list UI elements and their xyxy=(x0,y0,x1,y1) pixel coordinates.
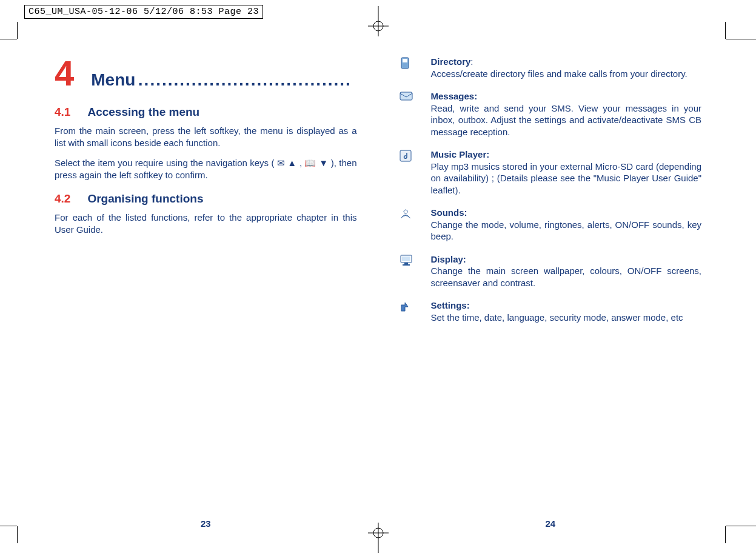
section-number: 4.1 xyxy=(55,105,70,119)
crop-mark xyxy=(0,526,17,526)
function-text: Display: Change the main screen wallpape… xyxy=(431,253,702,289)
function-text: Messages: Read, write and send your SMS.… xyxy=(431,90,702,138)
page-right: Directory: Access/create directory files… xyxy=(400,49,702,510)
function-item-sounds: Sounds: Change the mode, volume, rington… xyxy=(400,207,702,243)
page-number: 23 xyxy=(201,518,211,529)
svg-point-10 xyxy=(404,210,407,213)
section-heading: 4.1 Accessing the menu xyxy=(55,105,357,119)
function-desc: Play mp3 musics stored in your external … xyxy=(431,161,702,195)
function-text: Sounds: Change the mode, volume, rington… xyxy=(431,207,702,243)
sounds-icon xyxy=(400,208,413,221)
body-paragraph: Select the item you require using the na… xyxy=(55,157,357,182)
crop-mark xyxy=(17,526,18,543)
chapter-title: Menu xyxy=(91,70,135,89)
svg-rect-7 xyxy=(403,59,407,62)
function-text: Directory: Access/create directory files… xyxy=(431,56,702,79)
function-title: Display: xyxy=(431,254,466,264)
body-paragraph: From the main screen, press the left sof… xyxy=(55,125,357,150)
page-number: 24 xyxy=(545,518,555,529)
function-item-display: Display: Change the main screen wallpape… xyxy=(400,253,702,289)
crop-mark xyxy=(726,526,756,526)
crop-mark xyxy=(725,22,726,39)
function-item-music-player: Music Player: Play mp3 musics stored in … xyxy=(400,149,702,196)
chapter-number: 4 xyxy=(55,56,74,91)
svg-rect-13 xyxy=(404,263,408,264)
music-player-icon xyxy=(400,150,413,164)
messages-icon xyxy=(400,92,413,104)
function-title: Music Player: xyxy=(431,149,490,159)
svg-rect-12 xyxy=(402,256,410,261)
svg-rect-14 xyxy=(403,264,410,266)
function-desc: Change the mode, volume, ringtones, aler… xyxy=(431,219,702,242)
function-item-directory: Directory: Access/create directory files… xyxy=(400,56,702,79)
page-left: 4 Menu .................................… xyxy=(55,49,357,510)
function-desc: Change the main screen wallpaper, colour… xyxy=(431,266,702,288)
function-item-settings: Settings: Set the time, date, language, … xyxy=(400,300,702,323)
function-title: Sounds: xyxy=(431,207,467,218)
print-slug: C65_UM_USA-05-12-06 5/12/06 8:53 Page 23 xyxy=(24,5,263,19)
function-title: Messages: xyxy=(431,91,478,101)
function-title: Settings: xyxy=(431,300,470,310)
svg-rect-8 xyxy=(400,92,412,100)
chapter-heading: 4 Menu .................................… xyxy=(55,56,357,91)
section-title: Accessing the menu xyxy=(87,105,199,119)
function-title: Directory xyxy=(431,56,471,67)
crop-mark xyxy=(17,22,18,39)
directory-icon xyxy=(400,57,413,72)
display-icon xyxy=(400,255,413,269)
crop-mark xyxy=(0,39,17,39)
function-item-messages: Messages: Read, write and send your SMS.… xyxy=(400,90,702,138)
function-text: Music Player: Play mp3 musics stored in … xyxy=(431,149,702,196)
colon: : xyxy=(470,56,473,67)
registration-mark-icon xyxy=(368,6,389,36)
settings-icon xyxy=(400,301,413,315)
function-desc: Read, write and send your SMS. View your… xyxy=(431,103,702,137)
section-heading: 4.2 Organising functions xyxy=(55,192,357,206)
crop-mark xyxy=(725,526,726,543)
crop-mark xyxy=(726,39,756,39)
registration-mark-icon xyxy=(368,523,389,553)
function-desc: Set the time, date, language, security m… xyxy=(431,312,683,323)
function-text: Settings: Set the time, date, language, … xyxy=(431,300,702,323)
section-title: Organising functions xyxy=(87,192,203,206)
leader-dots: .................................... xyxy=(138,70,352,89)
section-number: 4.2 xyxy=(55,192,70,206)
function-desc: Access/create directory files and make c… xyxy=(431,69,687,79)
body-paragraph: For each of the listed functions, refer … xyxy=(55,212,357,236)
page-spread: 4 Menu .................................… xyxy=(55,49,701,510)
